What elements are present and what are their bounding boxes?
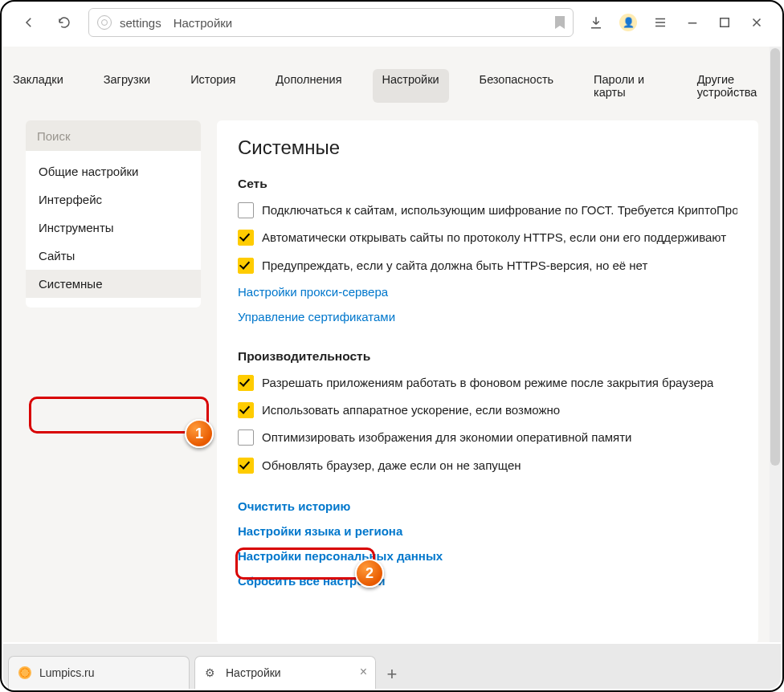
- nav-addons[interactable]: Дополнения: [266, 69, 351, 103]
- new-tab-button[interactable]: +: [378, 660, 406, 689]
- section-actions: Очистить историю Настройки языка и регио…: [238, 499, 737, 588]
- nav-security[interactable]: Безопасность: [470, 69, 564, 103]
- tab-lumpics[interactable]: Lumpics.ru: [8, 656, 190, 689]
- checkbox-icon: [238, 458, 254, 474]
- check-https-warn[interactable]: Предупреждать, если у сайта должна быть …: [238, 258, 737, 274]
- settings-page: Закладки Загрузки История Дополнения Нас…: [3, 47, 781, 642]
- page-title: Системные: [238, 136, 737, 159]
- sidebar-item-sites[interactable]: Сайты: [26, 242, 201, 270]
- close-window-icon[interactable]: [745, 11, 768, 34]
- link-proxy[interactable]: Настройки прокси-сервера: [238, 285, 737, 299]
- link-personal-data[interactable]: Настройки персональных данных: [238, 549, 737, 563]
- browser-toolbar: settings Настройки 👤: [2, 2, 782, 44]
- sidebar: Поиск Общие настройки Интерфейс Инструме…: [26, 120, 201, 642]
- check-gost[interactable]: Подключаться к сайтам, использующим шифр…: [238, 202, 737, 218]
- settings-nav: Закладки Загрузки История Дополнения Нас…: [3, 47, 781, 120]
- back-icon[interactable]: [18, 11, 40, 34]
- section-network: Сеть Подключаться к сайтам, использующим…: [238, 177, 737, 324]
- settings-main: Системные Сеть Подключаться к сайтам, ис…: [217, 120, 758, 642]
- sidebar-item-interface[interactable]: Интерфейс: [26, 185, 201, 214]
- link-certs[interactable]: Управление сертификатами: [238, 310, 737, 324]
- sidebar-item-system[interactable]: Системные: [26, 270, 201, 298]
- bookmark-icon[interactable]: [555, 16, 565, 29]
- sidebar-item-general[interactable]: Общие настройки: [26, 157, 201, 185]
- nav-bookmarks[interactable]: Закладки: [3, 69, 73, 103]
- address-bar[interactable]: settings Настройки: [88, 8, 574, 37]
- check-optimize-img[interactable]: Оптимизировать изображения для экономии …: [238, 429, 737, 446]
- search-input[interactable]: Поиск: [26, 120, 201, 151]
- toolbar-right: 👤: [580, 11, 773, 34]
- scrollbar-thumb[interactable]: [770, 48, 780, 466]
- browser-window: settings Настройки 👤 Закладки Загрузки И…: [0, 0, 784, 692]
- favicon-lumpics: [18, 666, 31, 679]
- menu-icon[interactable]: [649, 11, 672, 34]
- gear-icon: ⚙: [205, 666, 218, 679]
- tab-label: Lumpics.ru: [39, 666, 94, 679]
- section-performance: Производительность Разрешать приложениям…: [238, 349, 737, 474]
- link-reset[interactable]: Сбросить все настройки: [238, 574, 737, 588]
- checkbox-icon: [238, 402, 254, 418]
- tab-bar: Lumpics.ru ⚙ Настройки × +: [3, 644, 781, 689]
- nav-devices[interactable]: Другие устройства: [688, 69, 781, 103]
- check-update-bg[interactable]: Обновлять браузер, даже если он не запущ…: [238, 458, 737, 474]
- checkbox-icon: [238, 230, 254, 246]
- link-clear-history[interactable]: Очистить историю: [238, 499, 737, 513]
- minimize-icon[interactable]: [681, 11, 704, 34]
- nav-history[interactable]: История: [181, 69, 245, 103]
- checkbox-icon: [238, 375, 254, 391]
- profile-icon[interactable]: 👤: [617, 11, 639, 34]
- annotation-badge-2: 2: [355, 559, 384, 588]
- address-text: settings Настройки: [120, 16, 555, 30]
- downloads-icon[interactable]: [585, 11, 607, 34]
- checkbox-icon: [238, 202, 254, 218]
- nav-settings[interactable]: Настройки: [373, 69, 449, 103]
- sidebar-item-tools[interactable]: Инструменты: [26, 214, 201, 242]
- close-icon[interactable]: ×: [360, 666, 367, 678]
- section-performance-title: Производительность: [238, 349, 737, 364]
- tab-label: Настройки: [226, 666, 281, 679]
- check-bg-apps[interactable]: Разрешать приложениям работать в фоновом…: [238, 375, 737, 391]
- section-network-title: Сеть: [238, 177, 737, 191]
- annotation-badge-1: 1: [185, 419, 214, 448]
- checkbox-icon: [238, 258, 254, 274]
- nav-downloads[interactable]: Загрузки: [94, 69, 160, 103]
- svg-rect-0: [721, 18, 729, 27]
- site-icon: [97, 15, 112, 30]
- sidebar-list: Общие настройки Интерфейс Инструменты Са…: [26, 151, 201, 307]
- checkbox-icon: [238, 429, 254, 446]
- check-https-auto[interactable]: Автоматически открывать сайты по протоко…: [238, 230, 737, 246]
- maximize-icon[interactable]: [713, 11, 736, 34]
- reload-icon[interactable]: [53, 11, 76, 34]
- scrollbar[interactable]: [770, 47, 781, 642]
- check-hw-accel[interactable]: Использовать аппаратное ускорение, если …: [238, 402, 737, 418]
- link-language[interactable]: Настройки языка и региона: [238, 524, 737, 538]
- tab-settings[interactable]: ⚙ Настройки ×: [194, 656, 376, 689]
- nav-passwords[interactable]: Пароли и карты: [584, 69, 667, 103]
